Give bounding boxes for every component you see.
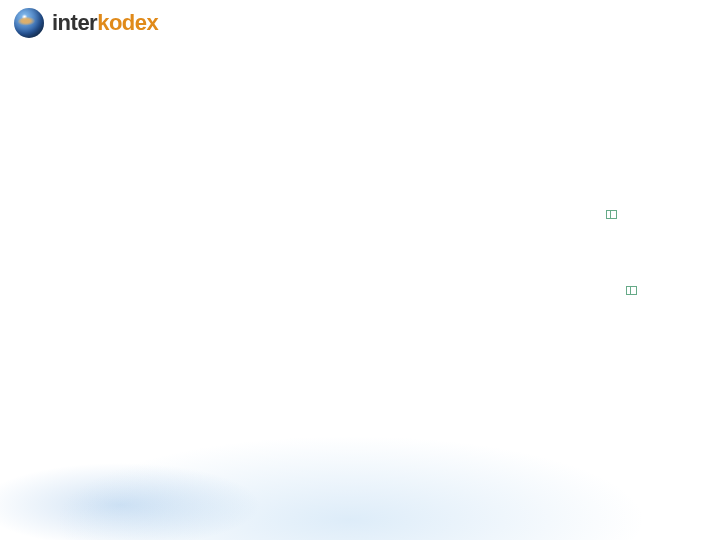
globe-logo-icon <box>14 8 44 38</box>
brand-header: interkodex <box>0 0 720 42</box>
brand-kodex: kodex <box>97 10 158 36</box>
tbl-icon <box>626 286 637 295</box>
brand-inter: inter <box>52 10 97 36</box>
tbl-icon <box>606 210 617 219</box>
brand-name: interkodex <box>52 10 158 36</box>
